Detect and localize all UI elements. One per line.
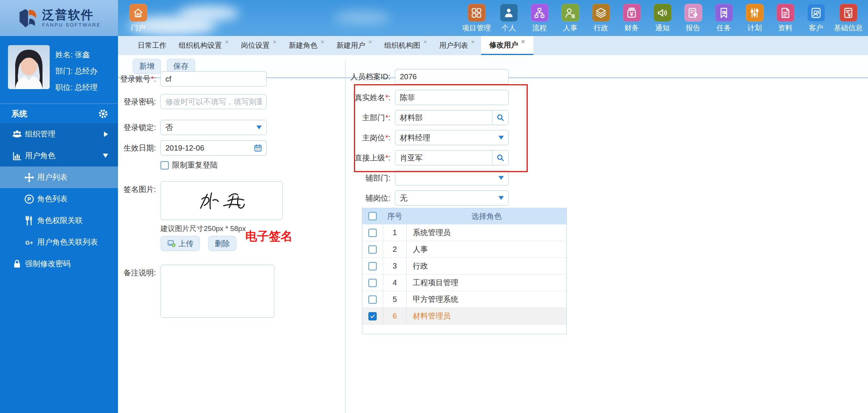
tab-7[interactable]: 用户列表× [433,36,481,55]
calendar-icon[interactable] [253,143,263,152]
main-dept-label: 主部门 [362,113,385,122]
login-lock-select[interactable]: 否 [160,120,267,135]
topnav-item-7[interactable]: 通知 [649,4,675,33]
tab-2[interactable]: 组织机构设置× [173,36,235,55]
supervisor-input[interactable] [395,151,492,165]
tab-close-icon[interactable]: × [321,38,324,46]
search-icon[interactable] [492,151,508,165]
role-row-2[interactable]: 2人事 [362,241,566,258]
role-checkbox[interactable] [368,245,377,254]
sidebar-item-7[interactable]: 强制修改密码 [0,253,118,275]
account-label: 登录账号 [120,75,151,83]
form-row-restrict-login: 限制重复登陆 [160,160,218,170]
notes-textarea[interactable] [160,265,274,318]
tab-3[interactable]: 岗位设置× [235,36,283,55]
bar-chart-icon [11,150,23,162]
tab-close-icon[interactable]: × [423,38,427,46]
chevron-down-icon [103,154,108,158]
role-row-6[interactable]: 6材料管理员 [362,308,566,324]
tab-6[interactable]: 组织机构图× [378,36,433,55]
tab-close-icon[interactable]: × [471,38,475,46]
sidebar-item-3[interactable]: 用户列表 [0,166,118,188]
password-input[interactable] [160,94,267,109]
required-asterisk: * [385,154,388,162]
form-row-main-dept: 主部门* [346,110,509,125]
sidebar: 姓名: 张鑫 部门: 总经办 职位: 总经理 系统 组织管理用户角色用户列表P角… [0,36,118,413]
topnav-item-5[interactable]: 行政 [588,4,614,33]
form-area: 登录账号* 登录密码 登录锁定 否 生效日期 2019-12-06 [118,60,868,413]
flow-icon [531,4,549,22]
role-row-5[interactable]: 5甲方管理系统 [362,291,566,308]
restrict-login-checkbox[interactable] [160,161,169,170]
role-row-1[interactable]: 1系统管理员 [362,224,566,241]
chevron-down-icon [498,196,504,200]
tab-close-icon[interactable]: × [368,38,372,46]
layers-icon [592,4,610,22]
main-post-label: 主岗位 [362,133,385,142]
sidebar-item-label: 用户角色关联列表 [37,237,98,247]
profile-title: 职位: 总经理 [55,79,97,96]
tab-8[interactable]: 修改用户× [481,36,533,55]
aux-dept-select[interactable] [395,170,509,185]
tab-close-icon[interactable]: × [521,38,525,46]
topnav-label: 财务 [624,23,639,33]
real-name-input[interactable] [395,90,509,105]
role-checkbox[interactable] [368,279,377,287]
topnav-label: 基础信息 [834,23,863,33]
aux-post-select[interactable]: 无 [395,190,509,206]
main-dept-input[interactable] [395,110,492,125]
signature-label: 签名图片 [123,185,154,193]
effective-date-field[interactable]: 2019-12-06 [160,140,267,155]
tab-close-icon[interactable]: × [273,38,277,46]
role-row-4[interactable]: 4工程项目管理 [362,274,566,291]
form-row-real-name: 真实姓名* [346,90,509,105]
select-all-checkbox[interactable] [368,212,377,220]
topnav-item-10[interactable]: 计划 [742,4,767,33]
role-checkbox[interactable] [368,295,377,304]
topnav-item-2[interactable]: 个人 [496,4,522,33]
role-checkbox[interactable] [368,262,377,270]
delete-button[interactable]: 删除 [208,236,236,251]
topnav-item-portal[interactable]: 门户 [125,4,151,33]
tab-1[interactable]: 日常工作 [132,36,173,55]
role-checkbox[interactable] [368,229,377,237]
role-name: 系统管理员 [407,225,566,241]
tab-5[interactable]: 新建用户× [330,36,378,55]
user-profile: 姓名: 张鑫 部门: 总经办 职位: 总经理 [0,36,118,96]
chevron-right-icon [104,132,108,137]
topnav-item-13[interactable]: 基础信息 [834,4,863,33]
sidebar-item-label: 组织管理 [25,129,55,139]
bookmark-icon [715,4,733,22]
sidebar-item-1[interactable]: 组织管理 [0,123,118,145]
topnav-item-1[interactable]: 项目管理 [462,4,491,33]
search-icon[interactable] [492,110,508,125]
fanpu-logo-icon [17,8,38,29]
column-header-no: 序号 [383,208,407,224]
tab-4[interactable]: 新建角色× [283,36,330,55]
tab-close-icon[interactable]: × [225,38,229,46]
topnav-item-9[interactable]: 任务 [711,4,737,33]
archive-id-input[interactable] [395,69,509,84]
topnav-item-8[interactable]: 报告 [680,4,706,33]
password-label: 登录密码 [123,97,154,106]
topnav-item-11[interactable]: 资料 [772,4,798,33]
topnav-item-4[interactable]: 人事 [557,4,583,33]
main-post-select[interactable]: 材料经理 [395,130,509,145]
account-input[interactable] [160,71,267,86]
role-checkbox[interactable] [368,312,377,320]
sidebar-item-5[interactable]: 角色权限关联 [0,210,118,231]
topnav-label: 项目管理 [462,23,491,33]
topnav-label: 人事 [563,23,577,33]
gear-icon[interactable] [98,109,108,119]
sidebar-item-2[interactable]: 用户角色 [0,145,118,166]
upload-button[interactable]: 上传 [160,236,200,251]
tab-bar: 日常工作组织机构设置×岗位设置×新建角色×新建用户×组织机构图×用户列表×修改用… [118,36,868,55]
topnav-item-3[interactable]: 流程 [527,4,552,33]
e-signature-annotation: 电子签名 [245,228,292,244]
sidebar-item-4[interactable]: P角色列表 [0,188,118,210]
role-row-3[interactable]: 3行政 [362,258,566,274]
topnav-item-12[interactable]: 客户 [803,4,829,33]
topnav-item-6[interactable]: 财务 [619,4,645,33]
role-no: 3 [383,258,407,274]
sidebar-item-6[interactable]: G+用户角色关联列表 [0,231,118,253]
